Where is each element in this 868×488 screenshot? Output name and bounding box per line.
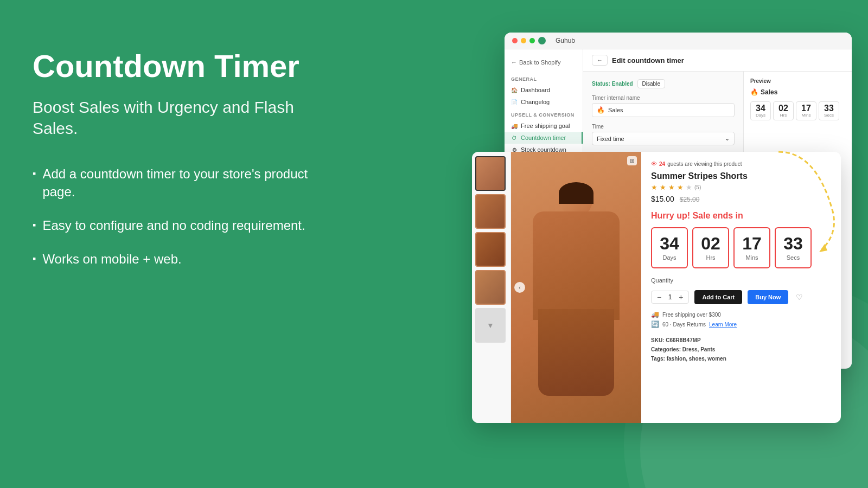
thumbnail-5[interactable]: ▼ [475,308,506,343]
sku-row: SKU: C66R8B47MP [651,336,831,345]
preview-days-num: 34 [754,104,767,113]
tags-label: Tags: [651,356,665,362]
wishlist-button[interactable]: ♡ [796,293,803,301]
window-title: Guhub [556,37,575,44]
sidebar-item-countdown[interactable]: ⏱ Countdown timer [505,132,583,144]
product-detail-panel: 👁 24 guests are viewing this product Sum… [641,152,841,423]
bullet-1: Add a countdown timer to your store's pr… [33,165,326,201]
preview-mins-block: 17 Mins [796,101,816,120]
time-row: Time Fixed time ⌄ [592,124,735,145]
guests-text: guests are viewing this product [667,161,742,167]
left-panel: Countdown Timer Boost Sales with Urgency… [33,49,326,283]
thumbnail-3[interactable] [475,232,506,267]
time-label: Time [592,124,735,130]
countdown-hrs-lbl: Hrs [699,254,723,261]
preview-secs-label: Secs [822,113,835,118]
shipping-icon: 🚚 [651,311,659,318]
preview-hrs-label: Hrs [777,113,790,118]
sku-value: C66R8B47MP [666,337,700,343]
sidebar-upsell-label: UPSELL & CONVERSION [505,108,583,120]
product-thumbnails: ▼ [472,152,511,423]
star-2: ★ [660,183,666,191]
fire-icon: 🔥 [597,106,605,114]
timer-name-input[interactable]: 🔥 Sales [592,103,735,117]
learn-more-link[interactable]: Learn More [709,322,737,328]
window-maximize-dot[interactable] [529,38,535,43]
admin-back-arrow: ← [597,57,603,63]
quantity-row: Quantity [651,277,831,284]
free-shipping-notice: 🚚 Free shipping over $300 [651,311,831,318]
bullet-3: Works on mobile + web. [33,250,326,268]
preview-days-label: Days [754,113,767,118]
thumbnail-2[interactable] [475,194,506,229]
countdown-timer: 34 Days 02 Hrs 17 Mins 33 Secs [651,227,831,268]
quantity-controls: − 1 + [651,291,689,304]
timer-name-label: Timer internal name [592,95,735,101]
admin-page-title: Edit countdown timer [612,56,684,65]
preview-hrs-block: 02 Hrs [773,101,794,120]
time-select[interactable]: Fixed time ⌄ [592,132,735,145]
product-price: $15.00 $25.00 [651,195,831,203]
guests-notice: 👁 24 guests are viewing this product [651,160,831,167]
sidebar-item-dashboard[interactable]: 🏠 Dashboard [505,84,583,96]
free-shipping-icon: 🚚 [511,123,518,129]
countdown-days-box: 34 Days [651,227,688,268]
admin-back-button[interactable]: ← [592,55,608,66]
tags-row: Tags: fashion, shoes, women [651,354,831,363]
countdown-days-num: 34 [658,235,681,252]
categories-value: Dress, Pants [682,346,716,352]
countdown-secs-lbl: Secs [781,254,805,261]
star-4: ★ [677,183,684,191]
expand-button[interactable]: ⊞ [627,156,637,165]
bullet-2: Easy to configure and no coding requirem… [33,216,326,235]
sale-price: $15.00 [651,195,674,203]
status-label: Status: Enabled [592,81,633,87]
sku-label: SKU: [651,337,664,343]
feature-list: Add a countdown timer to your store's pr… [33,165,326,268]
window-minimize-dot[interactable] [521,38,526,43]
countdown-mins-box: 17 Mins [733,227,770,268]
preview-title: Preview [750,78,845,84]
star-5-empty: ★ [686,183,692,191]
back-to-shopify[interactable]: ← Back to Shopify [505,57,583,72]
product-stars: ★ ★ ★ ★ ★ (5) [651,183,831,191]
categories-row: Categories: Dress, Pants [651,345,831,354]
star-3: ★ [668,183,675,191]
select-chevron-icon: ⌄ [725,135,730,142]
buy-now-button[interactable]: Buy Now [748,290,788,304]
qty-plus-button[interactable]: + [679,293,683,301]
preview-secs-block: 33 Secs [819,101,839,120]
disable-button[interactable]: Disable [637,79,665,88]
returns-icon: 🔄 [651,320,659,328]
quantity-label: Quantity [651,277,673,284]
sidebar-item-changelog[interactable]: 📄 Changelog [505,96,583,108]
preview-hrs-num: 02 [777,104,790,113]
preview-timer: 34 Days 02 Hrs 17 Mins [750,101,845,120]
sidebar-item-free-shipping[interactable]: 🚚 Free shipping goal [505,120,583,132]
add-to-cart-button[interactable]: Add to Cart [694,290,742,304]
timer-name-row: Timer internal name 🔥 Sales [592,95,735,117]
thumbnail-4[interactable] [475,270,506,305]
heading-bold: Countdown [33,48,206,84]
product-meta: SKU: C66R8B47MP Categories: Dress, Pants… [651,336,831,363]
sidebar-general-label: GENERAL [505,72,583,84]
categories-label: Categories: [651,346,681,352]
window-close-dot[interactable] [512,38,518,43]
window-titlebar: Guhub [505,33,852,49]
countdown-mins-lbl: Mins [740,254,764,261]
countdown-icon: ⏱ [511,135,518,141]
countdown-hrs-box: 02 Hrs [692,227,729,268]
product-popup: ▼ ⊞ ‹ 👁 24 guests are vi [472,152,841,423]
main-heading: Countdown Timer [33,49,326,84]
person-body [533,211,620,320]
qty-minus-button[interactable]: − [657,293,661,301]
thumbnail-1[interactable] [475,156,506,191]
tags-value: fashion, shoes, women [667,356,726,362]
original-price: $25.00 [680,196,700,203]
guhub-logo-icon [538,37,546,44]
thumb-img-3 [476,233,505,266]
person-hair [559,182,593,204]
preview-mins-num: 17 [800,104,813,113]
preview-fire-icon: 🔥 [750,88,758,96]
star-1: ★ [651,183,658,191]
